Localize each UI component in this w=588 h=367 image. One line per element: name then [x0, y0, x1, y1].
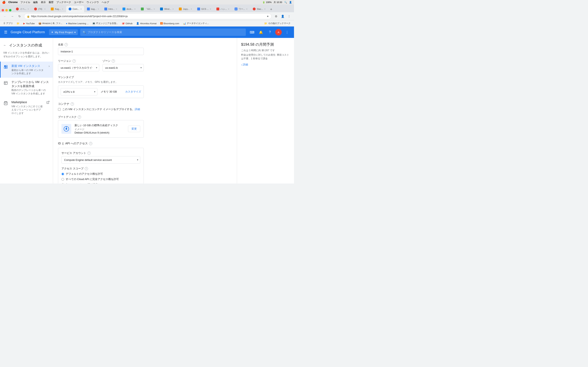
tab-compute[interactable]: Com... × [66, 6, 84, 12]
battery-icon: 🔋 100% [262, 1, 272, 4]
customize-button[interactable]: カスタマイズ [125, 90, 141, 94]
name-help-icon[interactable]: ? [65, 43, 68, 46]
new-vm-arrow: › [49, 64, 50, 68]
tab-windows[interactable]: Wind... × [158, 6, 176, 12]
new-tab-button[interactable]: + [268, 7, 274, 12]
bookmark-folder[interactable]: 📁 [15, 21, 21, 25]
tab-kag2[interactable]: kag... × [85, 6, 102, 12]
forward-button[interactable]: → [9, 13, 15, 19]
refresh-button[interactable]: ↻ [17, 13, 22, 19]
sidebar-item-marketplace[interactable]: Marketplace VM インスタンスにすぐに使えるソリューションをデプロイ… [0, 98, 53, 117]
tab-work[interactable]: W ワー... × [232, 6, 250, 12]
user-avatar-menubar[interactable]: 👤 [289, 1, 292, 4]
tab-han[interactable]: ハン... × [214, 6, 232, 12]
sidebar-item-template-vm[interactable]: テンプレートから VM インスタンスを新規作成 既存のテンプレートから単一の V… [0, 78, 53, 98]
minimize-window-btn[interactable] [5, 9, 8, 11]
apple-logo[interactable]: 🍎 [2, 1, 6, 4]
tab-jupyter[interactable]: Jupy... × [176, 6, 194, 12]
file-menu[interactable]: ファイル [20, 1, 30, 4]
tab-kaggle[interactable]: Kag... × [48, 6, 66, 12]
maximize-window-btn[interactable] [9, 9, 11, 11]
boot-disk-help-icon[interactable]: ? [78, 115, 81, 119]
url-bar[interactable]: 🔒 https://console.cloud.google.com/compu… [24, 13, 272, 19]
container-help-icon[interactable]: ? [71, 102, 74, 106]
bookmark-ml[interactable]: ● Machine Learning ... [65, 21, 90, 25]
gcp-search-bar[interactable]: 🔍 プロダクトやリソースを検索 [80, 29, 246, 36]
region-zone-row: リージョン ? us-east1（サウスカロライナ） ▾ ゾーン ? [58, 59, 144, 71]
region-select[interactable]: us-east1（サウスカロライナ） [58, 64, 99, 71]
tab-gc[interactable]: 「GC... × [138, 6, 157, 12]
zone-select[interactable]: us-east1-b [103, 64, 144, 71]
tab-gcs[interactable]: GCS ... × [195, 6, 214, 12]
machine-type-row: vCPU x 8 ▾ メモリ 30 GB カスタマイズ [58, 85, 144, 98]
bookmark-apps[interactable]: ⠿ アプリ [2, 21, 14, 25]
container-details-link[interactable]: 詳細 [135, 108, 140, 111]
container-label: コンテナ ? [58, 102, 232, 106]
scope-radio-default[interactable] [61, 173, 64, 175]
extensions-button[interactable]: ⚙ [273, 13, 279, 19]
search-menubar-icon[interactable]: 🔍 [284, 1, 287, 4]
bookmark-hiromitsu[interactable]: 👤 Hiromitsu Komai [135, 21, 158, 25]
api-access-help-icon[interactable]: ? [89, 142, 92, 145]
service-account-help-icon[interactable]: ? [87, 151, 91, 155]
chrome-menu-button[interactable]: ⋮ [286, 13, 292, 19]
project-selector[interactable]: ✦ My First Project ▾ [49, 29, 78, 35]
scope-radio-full[interactable] [61, 178, 64, 181]
view-menu[interactable]: 表示 [41, 1, 46, 4]
chrome-menu[interactable]: Chrome [8, 1, 17, 4]
profile-button[interactable]: 👤 [280, 13, 285, 19]
container-checkbox[interactable] [58, 108, 61, 111]
region-col: リージョン ? us-east1（サウスカロライナ） ▾ [58, 59, 99, 71]
vcpu-select[interactable]: vCPU x 8 [61, 88, 97, 95]
name-input[interactable] [58, 48, 144, 55]
notifications-button[interactable]: 🔔 [257, 29, 265, 36]
hamburger-menu-button[interactable]: ☰ [3, 29, 8, 35]
bookmark-datascience[interactable]: 📊 データサイエンティ... [182, 21, 210, 25]
change-disk-button[interactable]: 変更 [128, 125, 140, 132]
page-title: インスタンスの作成 [9, 43, 42, 48]
marketplace-desc: VM インスタンスにすぐに使えるソリューションをデプロイします [11, 105, 43, 115]
edit-menu[interactable]: 編集 [33, 1, 38, 4]
user-menu[interactable]: ユーザー [74, 1, 84, 4]
tab-youtube[interactable]: (74) × [32, 6, 48, 12]
close-window-btn[interactable] [2, 9, 4, 11]
cloud-shell-button[interactable]: ⌨ [248, 29, 256, 36]
back-button[interactable]: ← [2, 13, 8, 19]
bookmark-youtube[interactable]: ▶ YouTube [22, 21, 36, 25]
bookmarks-menu[interactable]: ブックマーク [56, 1, 71, 4]
service-account-select[interactable]: Compute Engine default service account [61, 156, 140, 164]
back-navigation-button[interactable]: ← [3, 43, 7, 47]
access-scope-help-icon[interactable]: ? [85, 167, 88, 170]
region-help-icon[interactable]: ? [72, 59, 76, 63]
page-title-area: ← インスタンスの作成 [0, 41, 53, 51]
price-amount: $194.58 の月間予測 [241, 42, 290, 47]
main-content: ← インスタンスの作成 VM インスタンスを作成するには、次のいずれかのオプショ… [0, 38, 294, 184]
help-button[interactable]: ? [266, 29, 274, 36]
bookmark-it[interactable]: 💻 ITエンジニアを目指... [91, 21, 120, 25]
tab-docker[interactable]: dock... × [120, 6, 138, 12]
chrome-action-buttons: ⚙ 👤 ⋮ [273, 13, 292, 19]
scope-radio-custom[interactable] [61, 183, 64, 184]
youtube-icon: ▶ [23, 22, 25, 25]
svg-line-8 [48, 101, 49, 103]
user-avatar[interactable]: A [275, 29, 282, 35]
region-select-wrapper: us-east1（サウスカロライナ） ▾ [58, 64, 99, 71]
bookmark-others[interactable]: 📁 その他のブックマーク [263, 21, 292, 25]
bookmark-github[interactable]: 🐙 GitHub [120, 21, 134, 25]
tab-intro[interactable]: Intro... × [102, 6, 120, 12]
history-menu[interactable]: 履歴 [49, 1, 53, 4]
tab-slack[interactable]: Slac... × [250, 6, 268, 12]
tab-events[interactable]: イベ... × [13, 6, 31, 12]
sidebar-item-new-vm[interactable]: 新規 VM インスタンス 最初から単一の VM インスタンスを作成します › [0, 62, 53, 78]
pricing-details-link[interactable]: › 詳細 [241, 63, 290, 67]
boot-disk-label: ブートディスク ? [58, 115, 232, 119]
window-menu[interactable]: ウィンドウ [86, 1, 99, 4]
bookmark-amazon[interactable]: 📦 Amazon | 本, ファ... [37, 21, 64, 25]
disk-value: Debian GNU/Linux 9 (stretch) [75, 131, 125, 134]
more-options-button[interactable]: ⋮ [283, 29, 291, 36]
bookmark-bloomberg[interactable]: 🅱 Bloomberg.com [159, 21, 181, 25]
container-section: コンテナ ? この VM インスタンスにコンテナ イメージをデプロイする。詳細 [58, 102, 232, 111]
help-menu[interactable]: ヘルプ [102, 1, 109, 4]
zone-help-icon[interactable]: ? [112, 59, 115, 63]
hiromitsu-icon: 👤 [136, 22, 139, 25]
